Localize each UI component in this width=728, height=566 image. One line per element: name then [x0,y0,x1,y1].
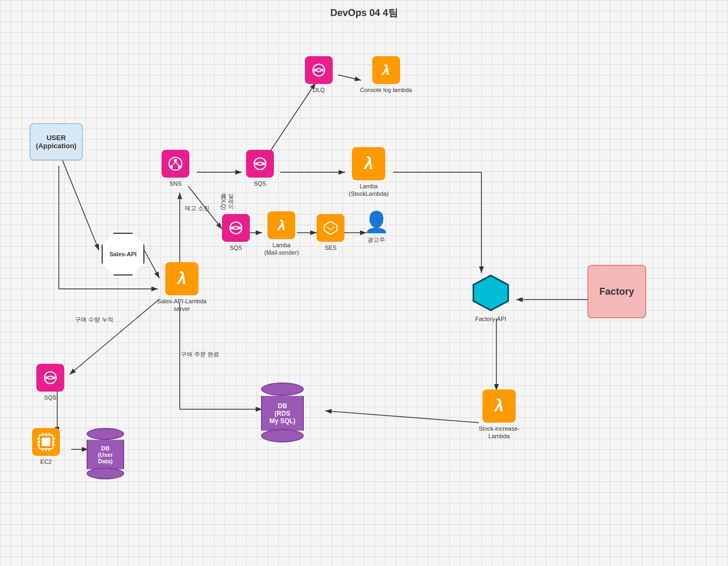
advertiser-label: 광고주 [367,236,385,243]
sqs-top-label: SQS [254,180,266,187]
svg-marker-39 [324,221,337,234]
note-purchase-qty: 구매 수량 누적 [75,316,113,324]
dlq-node: DLQ [305,56,333,94]
console-lambda-label: Console log lambda [360,86,412,94]
svg-point-34 [314,69,317,72]
svg-point-38 [239,227,241,230]
svg-line-28 [172,162,175,166]
user-app-icon: USER (Appication) [29,123,83,160]
sns-label: SNS [170,180,182,187]
sns-node: SNS [162,150,189,187]
sqs-top-node: SQS [246,150,274,187]
sqs-mail-label: SQS [229,244,242,251]
sales-api-node: Sales-API [102,233,144,276]
user-app-label: USER (Appication) [36,134,76,150]
lambda-mail-icon: λ [267,211,295,239]
note-stock-depleted: 재고 소진 [185,204,210,212]
db-rds-icon: DB(RDSMy SQL) [261,383,304,442]
lambda-stock-node: λ Lamba(StockLambda) [349,147,389,198]
dlq-icon [305,56,333,84]
user-app-node: USER (Appication) [29,123,83,160]
sales-api-label: Sales-API [110,251,137,257]
svg-point-37 [231,227,234,230]
lambda-mail-node: λ Lamba(Mail-sender) [264,211,299,257]
sales-lambda-label: Sales-API-Lambda server [152,297,211,313]
lambda-stock-label: Lamba(StockLambda) [349,182,389,198]
sqs-bottom-label: SQS [44,394,56,401]
sns-icon [162,150,189,178]
note-purchase-complete: 구매 주문 완료 [181,350,219,358]
stock-inc-lambda-icon: λ [482,389,516,423]
page-title: DevOps 04 4팀 [330,6,397,19]
ses-node: SES [317,214,344,251]
ec2-label: EC2 [40,458,51,465]
svg-point-31 [255,163,258,165]
note-delay-queue: 딜레이큐(DLQ) [219,190,234,210]
lambda-stock-icon: λ [352,147,385,180]
sqs-top-icon [246,150,274,178]
lambda-mail-label: Lamba(Mail-sender) [264,241,299,257]
sqs-bottom-icon [36,364,64,392]
factory-icon: Factory [587,265,646,318]
factory-node: Factory [587,265,646,318]
svg-point-43 [53,377,56,379]
ses-label: SES [325,244,336,251]
svg-line-29 [175,162,179,166]
stock-inc-lambda-label: Stock-increase-Lambda [470,425,528,440]
advertiser-node: 👤 광고주 [364,210,389,243]
sqs-bottom-node: SQS [36,364,64,401]
sales-lambda-node: λ Sales-API-Lambda server [152,262,211,313]
sqs-mail-icon [222,214,250,242]
ec2-node: EC2 [32,428,60,465]
advertiser-icon: 👤 [364,210,389,234]
svg-point-35 [321,69,324,72]
svg-marker-40 [473,276,508,310]
svg-rect-45 [42,438,50,446]
sales-lambda-icon: λ [165,262,198,295]
svg-point-32 [263,163,265,165]
factory-label: Factory [599,286,634,297]
console-lambda-node: λ Console log lambda [360,56,412,94]
factory-api-node: Factory-API [471,273,511,323]
console-lambda-icon: λ [372,56,400,84]
sqs-mail-node: SQS [222,214,250,251]
stock-inc-lambda-node: λ Stock-increase-Lambda [470,389,528,440]
factory-api-label: Factory-API [475,315,506,323]
factory-api-icon [471,273,511,313]
db-rds-node: DB(RDSMy SQL) [261,383,304,442]
db-user-icon: DB(UserData) [87,428,124,479]
sales-api-icon: Sales-API [102,233,144,276]
svg-point-25 [174,159,177,162]
ec2-icon [32,428,60,456]
dlq-label: DLQ [313,86,325,94]
svg-point-42 [45,377,48,379]
db-user-node: DB(UserData) [87,428,124,479]
ses-icon [317,214,344,242]
